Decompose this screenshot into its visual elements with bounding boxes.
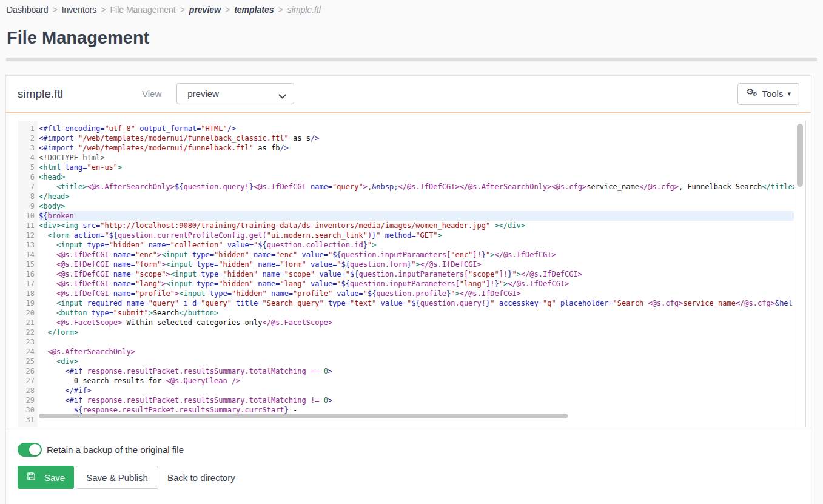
line-number: 6	[18, 172, 38, 182]
code-line[interactable]: <@s.IfDefCGI name="profile"><input type=…	[39, 289, 794, 298]
breadcrumb-separator: >	[101, 5, 106, 15]
code-line[interactable]: <input required name="query" i d="query"…	[39, 298, 794, 308]
line-number: 16	[18, 269, 38, 279]
code-line[interactable]: <head>	[39, 172, 794, 182]
code-line[interactable]: <div><img src="http://localhost:9080/tra…	[39, 221, 794, 230]
code-line[interactable]: </form>	[39, 328, 794, 337]
tools-button-label: Tools	[762, 89, 783, 99]
code-line[interactable]: <@s.IfDefCGI name="enc"><input type="hid…	[39, 250, 794, 260]
line-number: 4	[18, 153, 38, 163]
code-line[interactable]: <input type="hidden" name="collection" v…	[39, 240, 794, 250]
code-line[interactable]: <button type="submit">Search</button>	[39, 308, 794, 318]
code-line[interactable]: </#if>	[39, 386, 794, 395]
line-number: 3	[18, 143, 38, 153]
breadcrumb-item: File Management	[110, 5, 175, 15]
line-number: 8	[18, 192, 38, 201]
breadcrumb-separator: >	[225, 5, 230, 15]
save-publish-button[interactable]: Save & Publish	[76, 466, 158, 489]
line-number: 22	[18, 328, 38, 337]
line-number: 19	[18, 298, 38, 308]
view-select[interactable]: preview	[176, 83, 294, 104]
horizontal-scrollbar[interactable]	[39, 414, 568, 418]
line-number: 26	[18, 366, 38, 376]
file-name: simple.ftl	[18, 87, 63, 101]
breadcrumb: Dashboard>Inventors>File Management>prev…	[0, 0, 823, 15]
code-line[interactable]: <html lang="en-us">	[39, 163, 794, 172]
line-number: 2	[18, 133, 38, 143]
line-number: 14	[18, 250, 38, 260]
code-line[interactable]: <#if response.resultPacket.resultsSummar…	[39, 395, 794, 405]
code-line[interactable]: <title><@s.AfterSearchOnly>${question.qu…	[39, 182, 794, 192]
vertical-scrollbar[interactable]	[797, 124, 803, 187]
line-number: 11	[18, 221, 38, 230]
code-line[interactable]: </head>	[39, 192, 794, 201]
line-number: 5	[18, 163, 38, 172]
breadcrumb-item[interactable]: Inventors	[62, 5, 97, 15]
code-line[interactable]: <@s.AfterSearchOnly>	[39, 347, 794, 357]
card-header: simple.ftl View preview ⚙ ⚙ Tools ▾	[6, 76, 811, 113]
line-number: 20	[18, 308, 38, 318]
breadcrumb-item: preview	[189, 5, 221, 15]
breadcrumb-item: simple.ftl	[287, 5, 321, 15]
line-number: 30	[18, 405, 38, 415]
code-line[interactable]: ${broken	[39, 211, 794, 221]
line-number: 12	[18, 230, 38, 240]
code-line[interactable]: <#if response.resultPacket.resultsSummar…	[39, 366, 794, 376]
line-number: 28	[18, 386, 38, 395]
backup-toggle-label: Retain a backup of the original file	[47, 445, 184, 455]
line-number: 17	[18, 279, 38, 289]
breadcrumb-separator: >	[180, 5, 185, 15]
editor-code[interactable]: <#ftl encoding="utf-8" output_format="HT…	[39, 121, 794, 427]
line-number: 10	[18, 211, 38, 221]
file-management-card: simple.ftl View preview ⚙ ⚙ Tools ▾ 1234…	[5, 75, 811, 504]
line-number: 29	[18, 395, 38, 405]
line-number: 27	[18, 376, 38, 386]
breadcrumb-separator: >	[278, 5, 283, 15]
save-icon	[27, 472, 40, 483]
code-line[interactable]	[39, 337, 794, 347]
code-line[interactable]: <@s.IfDefCGI name="scope"><input type="h…	[39, 269, 794, 279]
back-to-directory-link[interactable]: Back to directory	[167, 472, 235, 483]
view-select-wrap: preview	[176, 83, 294, 104]
code-line[interactable]: <div>	[39, 357, 794, 366]
line-number: 21	[18, 318, 38, 328]
code-line[interactable]: <form action="${question.currentProfileC…	[39, 230, 794, 240]
code-line[interactable]: <@s.FacetScope> Within selected categori…	[39, 318, 794, 328]
tools-button[interactable]: ⚙ ⚙ Tools ▾	[737, 83, 799, 105]
line-number: 23	[18, 337, 38, 347]
code-line[interactable]: <body>	[39, 201, 794, 211]
card-footer: Retain a backup of the original file Sav…	[6, 428, 811, 504]
code-line[interactable]: 0 search results for <@s.QueryClean />	[39, 376, 794, 386]
backup-toggle[interactable]	[18, 443, 42, 457]
breadcrumb-separator: >	[53, 5, 58, 15]
line-number: 13	[18, 240, 38, 250]
line-number: 31	[18, 415, 38, 425]
page-title: File Management	[7, 28, 823, 48]
line-number: 1	[18, 124, 38, 133]
code-line[interactable]: <#import "/web/templates/modernui/funnel…	[39, 143, 794, 153]
code-line[interactable]: <!DOCTYPE html>	[39, 153, 794, 163]
save-button[interactable]: Save	[18, 466, 74, 489]
line-number: 15	[18, 260, 38, 269]
editor-gutter: 1234567891011121314151617181920212223242…	[18, 121, 38, 427]
breadcrumb-item: templates	[234, 5, 274, 15]
line-number: 24	[18, 347, 38, 357]
code-line[interactable]: <#import "/web/templates/modernui/funnel…	[39, 133, 794, 143]
line-number: 18	[18, 289, 38, 298]
title-divider	[6, 58, 817, 61]
toggle-knob	[29, 444, 41, 455]
code-line[interactable]: <@s.IfDefCGI name="form"><input type="hi…	[39, 260, 794, 269]
code-line[interactable]: <#ftl encoding="utf-8" output_format="HT…	[39, 124, 794, 133]
save-publish-label: Save & Publish	[86, 472, 148, 483]
code-line[interactable]: <@s.IfDefCGI name="lang"><input type="hi…	[39, 279, 794, 289]
caret-down-icon: ▾	[787, 90, 791, 98]
save-button-label: Save	[44, 472, 65, 483]
line-number: 25	[18, 357, 38, 366]
view-label: View	[142, 89, 161, 99]
line-number: 7	[18, 182, 38, 192]
breadcrumb-item[interactable]: Dashboard	[7, 5, 49, 15]
line-number: 9	[18, 201, 38, 211]
gears-icon: ⚙ ⚙	[746, 89, 759, 99]
code-editor[interactable]: 1234567891011121314151617181920212223242…	[18, 121, 806, 427]
